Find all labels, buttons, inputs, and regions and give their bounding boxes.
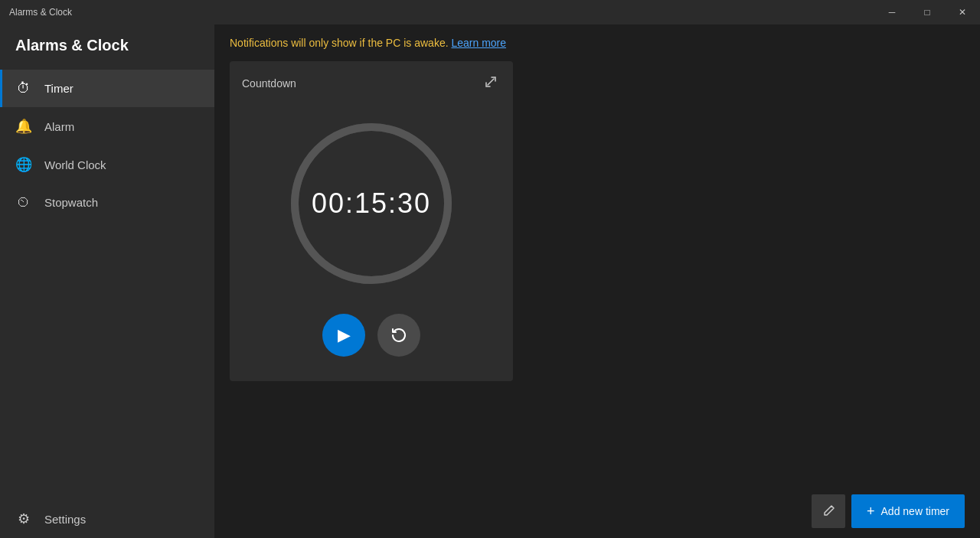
add-timer-button[interactable]: + Add new timer [851, 494, 965, 528]
maximize-button[interactable]: □ [910, 0, 945, 24]
titlebar-controls: ─ □ ✕ [874, 0, 980, 24]
play-button[interactable]: ▶ [322, 314, 365, 357]
sidebar: Alarms & Clock Timer Alarm World Clock S… [0, 24, 214, 538]
app-body: Alarms & Clock Timer Alarm World Clock S… [0, 24, 980, 538]
settings-icon [15, 510, 32, 527]
expand-icon [484, 75, 498, 89]
expand-button[interactable] [481, 73, 501, 93]
sidebar-spacer [0, 221, 214, 500]
plus-icon: + [867, 504, 875, 520]
play-icon: ▶ [338, 325, 351, 345]
timer-controls: ▶ [322, 314, 420, 357]
learn-more-link[interactable]: Learn more [451, 37, 506, 49]
sidebar-item-stopwatch-label: Stopwatch [44, 196, 98, 209]
timer-display: 00:15:30 [312, 187, 431, 220]
timer-circle-container: 00:15:30 [279, 112, 463, 295]
sidebar-item-stopwatch[interactable]: Stopwatch [0, 184, 214, 221]
edit-button[interactable] [812, 494, 845, 528]
pencil-icon [822, 504, 835, 518]
sidebar-item-timer[interactable]: Timer [0, 70, 214, 107]
timer-icon [15, 80, 32, 96]
timer-card-title: Countdown [242, 77, 296, 90]
notification-text: Notifications will only show if the PC i… [230, 37, 449, 49]
sidebar-item-settings-label: Settings [44, 513, 86, 526]
minimize-button[interactable]: ─ [874, 0, 910, 24]
sidebar-header: Alarms & Clock [0, 24, 214, 70]
sidebar-item-settings[interactable]: Settings [0, 500, 214, 538]
titlebar: Alarms & Clock ─ □ ✕ [0, 0, 980, 24]
bottom-toolbar: + Add new timer [214, 484, 980, 538]
main-content: Notifications will only show if the PC i… [214, 24, 980, 538]
sidebar-item-alarm[interactable]: Alarm [0, 107, 214, 145]
timer-card: Countdown 00:15:30 [230, 61, 513, 381]
notification-bar: Notifications will only show if the PC i… [214, 24, 980, 61]
alarm-icon [15, 118, 32, 135]
timer-area: Countdown 00:15:30 [214, 61, 980, 484]
reset-icon [390, 326, 408, 344]
stopwatch-icon [15, 194, 32, 210]
titlebar-title: Alarms & Clock [9, 7, 72, 18]
sidebar-item-worldclock[interactable]: World Clock [0, 145, 214, 184]
sidebar-item-alarm-label: Alarm [44, 120, 74, 133]
reset-button[interactable] [377, 314, 420, 357]
sidebar-item-timer-label: Timer [44, 82, 74, 95]
sidebar-item-worldclock-label: World Clock [44, 158, 106, 171]
close-button[interactable]: ✕ [945, 0, 980, 24]
timer-card-header: Countdown [242, 73, 501, 93]
add-timer-label: Add new timer [881, 505, 949, 517]
worldclock-icon [15, 156, 32, 173]
